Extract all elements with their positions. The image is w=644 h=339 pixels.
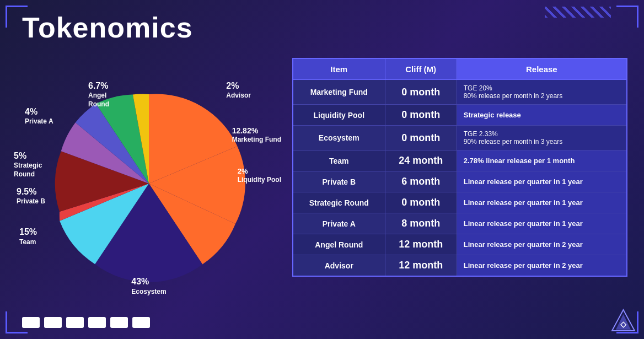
table-row: Liquidity Pool0 monthStrategic release: [293, 105, 627, 126]
cell-cliff: 12 month: [385, 234, 457, 255]
logo-icon: ◇: [611, 309, 636, 333]
dot-6: [132, 317, 150, 328]
cell-release: Linear release per quarter in 1 year: [457, 192, 627, 213]
cell-release: Linear release per quarter in 2 year: [457, 255, 627, 277]
cell-item: Private B: [293, 171, 385, 192]
cell-release: Linear release per quarter in 1 year: [457, 213, 627, 234]
tokenomics-table: Item Cliff (M) Release Marketing Fund0 m…: [292, 58, 627, 277]
label-private-b: 9.5% Private B: [17, 186, 45, 206]
cell-cliff: 0 month: [385, 192, 457, 213]
header-release: Release: [457, 58, 627, 80]
label-team: 15% Team: [19, 227, 37, 246]
cell-cliff: 8 month: [385, 213, 457, 234]
dot-1: [22, 317, 40, 328]
label-strategic: 5% Strategic Round: [14, 150, 42, 179]
cell-cliff: 6 month: [385, 171, 457, 192]
cell-release: Linear release per quarter in 1 year: [457, 171, 627, 192]
cell-release: 2.78% linear release per 1 month: [457, 150, 627, 171]
cell-item: Private A: [293, 213, 385, 234]
cell-item: Liquidity Pool: [293, 105, 385, 126]
label-liquidity: 2% Liquidity Pool: [238, 167, 281, 185]
cell-cliff: 0 month: [385, 105, 457, 126]
cell-item: Team: [293, 150, 385, 171]
cell-cliff: 24 month: [385, 150, 457, 171]
table-row: Private B6 monthLinear release per quart…: [293, 171, 627, 192]
cell-release: TGE 2.33%90% release per month in 3 year…: [457, 126, 627, 150]
corner-decoration-tr: [616, 6, 638, 28]
cell-cliff: 12 month: [385, 255, 457, 277]
cell-cliff: 0 month: [385, 80, 457, 105]
svg-text:◇: ◇: [620, 320, 627, 329]
dot-4: [88, 317, 106, 328]
cell-cliff: 0 month: [385, 126, 457, 150]
dot-2: [44, 317, 62, 328]
pie-chart: [50, 84, 248, 283]
table-row: Private A8 monthLinear release per quart…: [293, 213, 627, 234]
label-private-a: 4% Private A: [25, 106, 53, 126]
dot-5: [110, 317, 128, 328]
label-ecosystem: 43% Ecosystem: [131, 276, 166, 296]
cell-release: Strategic release: [457, 105, 627, 126]
cell-item: Ecosystem: [293, 126, 385, 150]
header-item: Item: [293, 58, 385, 80]
cell-item: Advisor: [293, 255, 385, 277]
hatch-decoration: [545, 7, 611, 18]
table-row: Angel Round12 monthLinear release per qu…: [293, 234, 627, 255]
cell-release: Linear release per quarter in 2 year: [457, 234, 627, 255]
page-title: Tokenomics: [22, 11, 193, 44]
table-row: Marketing Fund0 monthTGE 20%80% release …: [293, 80, 627, 105]
cell-release: TGE 20%80% release per month in 2 years: [457, 80, 627, 105]
cell-item: Strategic Round: [293, 192, 385, 213]
label-angel: 6.7% Angel Round: [88, 80, 109, 109]
dot-3: [66, 317, 84, 328]
label-marketing: 12.82% Marketing Fund: [232, 126, 281, 144]
table-row: Advisor12 monthLinear release per quarte…: [293, 255, 627, 277]
label-advisor: 2% Advisor: [226, 80, 251, 100]
chart-area: 43% Ecosystem 15% Team 12.82% Marketing …: [17, 65, 281, 302]
header-cliff: Cliff (M): [385, 58, 457, 80]
table-area: Item Cliff (M) Release Marketing Fund0 m…: [292, 58, 627, 309]
main-content: 43% Ecosystem 15% Team 12.82% Marketing …: [17, 58, 627, 309]
table-row: Team24 month2.78% linear release per 1 m…: [293, 150, 627, 171]
table-row: Strategic Round0 monthLinear release per…: [293, 192, 627, 213]
cell-item: Angel Round: [293, 234, 385, 255]
cell-item: Marketing Fund: [293, 80, 385, 105]
bottom-dots: [22, 317, 150, 328]
table-row: Ecosystem0 monthTGE 2.33%90% release per…: [293, 126, 627, 150]
